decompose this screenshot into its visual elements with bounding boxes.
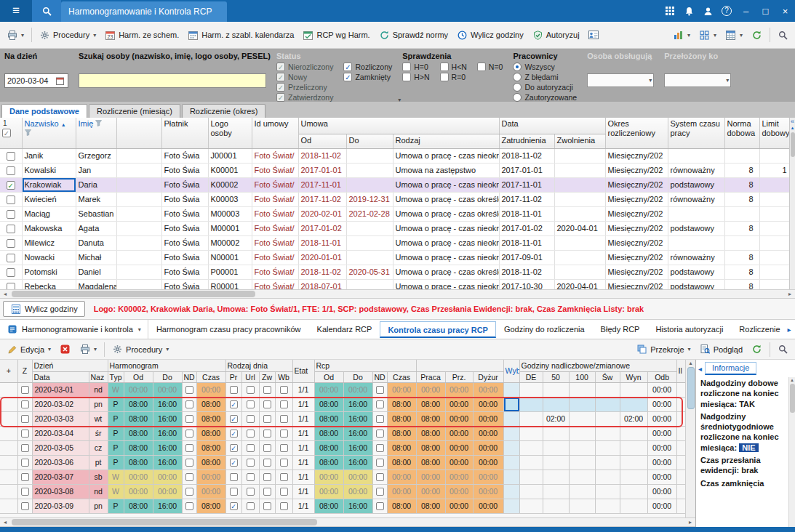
employee-row-nowacki[interactable]: NowackiMichałFoto ŚwiaN00001Foto Świat/2… — [0, 250, 789, 265]
row-checkbox[interactable] — [7, 196, 15, 204]
cell-zw[interactable] — [259, 411, 275, 426]
col-header-dyzur[interactable]: Dyżur — [473, 371, 503, 382]
tab-godziny-do-rozliczenia[interactable]: Godziny do rozliczenia — [496, 321, 593, 338]
tabs-scroll-right-icon[interactable]: ▸ — [783, 326, 795, 334]
cell-n100[interactable] — [569, 469, 595, 484]
cell-wyb[interactable] — [503, 484, 519, 499]
col-header-empty[interactable] — [116, 118, 161, 148]
checkbox-pr[interactable] — [230, 473, 238, 481]
checkbox-rcp-nd[interactable] — [376, 444, 384, 452]
cell-de[interactable] — [519, 397, 543, 411]
checkbox-z[interactable] — [21, 386, 29, 394]
cell-typ[interactable]: P — [108, 499, 124, 513]
cell-plus[interactable] — [0, 440, 17, 455]
checkbox-zw[interactable] — [263, 430, 271, 438]
cell-day[interactable]: nd — [89, 382, 108, 397]
cell-harm-od[interactable]: 08:00 — [124, 397, 153, 411]
delete-button[interactable] — [56, 342, 74, 358]
cell-rcp-czas[interactable]: 08:00 — [387, 426, 416, 440]
wylicz-godziny-action-button[interactable]: Wylicz godziny — [3, 301, 85, 317]
cell-wyb[interactable] — [503, 469, 519, 484]
cell-rodzaj[interactable]: Umowa o pracę - czas określony — [393, 192, 499, 206]
cell-prz[interactable]: 00:00 — [445, 382, 473, 397]
menu-button[interactable]: ≡ — [0, 0, 32, 22]
cell-system[interactable] — [668, 148, 724, 163]
cell-z[interactable] — [17, 484, 32, 499]
checkbox-harm-nd[interactable] — [185, 502, 193, 510]
cell-prz[interactable]: 00:00 — [445, 469, 473, 484]
cell-n50[interactable] — [543, 499, 569, 513]
cell-sw[interactable] — [595, 411, 620, 426]
checkbox-zw[interactable] — [263, 415, 271, 423]
cell-plus[interactable] — [0, 455, 17, 469]
cell-imie[interactable]: Sebastian — [76, 206, 116, 221]
row-checkbox[interactable] — [7, 166, 15, 175]
cell-norma[interactable] — [724, 235, 759, 250]
cell-nazwisko[interactable]: Kwiecień — [22, 192, 76, 206]
cell-harm-do[interactable]: 16:00 — [153, 440, 182, 455]
sprawdz-normy-button[interactable]: Sprawdź normy — [375, 27, 452, 43]
cell-harm-od[interactable]: 08:00 — [124, 426, 153, 440]
checkbox-url[interactable] — [247, 400, 255, 408]
cell-plus[interactable] — [0, 499, 17, 513]
podglad-button[interactable]: Podgląd — [696, 342, 746, 358]
cell-pr[interactable] — [225, 382, 241, 397]
checkbox-wb[interactable] — [280, 502, 288, 510]
cell-zatrudnienia[interactable]: 2018-11-01 — [499, 206, 554, 221]
col-header-umowa-do[interactable]: Do — [346, 134, 393, 148]
cell-dyzur[interactable]: 00:00 — [473, 426, 503, 440]
cell-platnik[interactable]: Foto Świa — [161, 163, 208, 177]
cell-day[interactable]: pn — [89, 397, 108, 411]
scroll-left-icon[interactable]: ◂ — [0, 290, 10, 298]
col-header-zatrudnienia[interactable]: Zatrudnienia — [499, 134, 554, 148]
cell-zwolnienia[interactable] — [554, 265, 605, 279]
window-title-tab[interactable]: Harmonogramowanie i Kontrola RCP — [61, 1, 227, 22]
checkbox-pr[interactable]: ✓ — [230, 459, 238, 467]
cell-day[interactable]: wt — [89, 411, 108, 426]
cell-id-umowy[interactable]: Foto Świat/ — [252, 221, 298, 235]
cell-de[interactable] — [519, 499, 543, 513]
cell-harm-czas[interactable]: 08:00 — [196, 499, 225, 513]
cell-logo[interactable]: J00001 — [208, 148, 252, 163]
scroll-right-icon[interactable]: ▸ — [785, 290, 795, 298]
scroll-left-icon[interactable]: ◂ — [0, 518, 10, 526]
cell-de[interactable] — [519, 440, 543, 455]
cell-rcp-nd[interactable] — [372, 411, 387, 426]
help-icon[interactable]: ? — [717, 0, 736, 22]
cell-norma[interactable] — [724, 206, 759, 221]
cell-limit[interactable] — [759, 279, 789, 289]
cell-od[interactable]: 2018-11-01 — [298, 235, 346, 250]
cell-limit[interactable] — [759, 235, 789, 250]
search-person-input[interactable] — [79, 73, 266, 88]
cell-rodzaj[interactable]: Umowa o pracę - czas nieokreślony — [393, 279, 499, 289]
procedury-button[interactable]: Procedury ▾ — [36, 27, 100, 43]
cell-de[interactable] — [519, 484, 543, 499]
cell-rcp-nd[interactable] — [372, 455, 387, 469]
cell-empty[interactable] — [116, 148, 161, 163]
cell-zwolnienia[interactable] — [554, 235, 605, 250]
col-header-zwolnienia[interactable]: Zwolnienia — [554, 134, 605, 148]
col-header-harm-nd[interactable]: ND — [182, 371, 196, 382]
cell-de[interactable] — [519, 411, 543, 426]
cell-prz[interactable]: 00:00 — [445, 397, 473, 411]
cell-odb[interactable]: 00:00 — [647, 397, 676, 411]
employee-row-krakowiak[interactable]: ✓KrakowiakDariaFoto ŚwiaK00002Foto Świat… — [0, 177, 789, 192]
cell-rcp-nd[interactable] — [372, 484, 387, 499]
zoom-button[interactable] — [774, 27, 792, 43]
checkbox-z[interactable] — [21, 502, 29, 510]
cell-limit[interactable] — [759, 265, 789, 279]
cell-harm-do[interactable]: 00:00 — [153, 469, 182, 484]
cell-harm-do[interactable]: 16:00 — [153, 426, 182, 440]
col-header-de[interactable]: DE — [519, 371, 543, 382]
checkbox-h-n[interactable] — [440, 63, 449, 71]
checkbox-z[interactable] — [21, 459, 29, 467]
cell-do[interactable]: 2021-02-28 — [346, 206, 393, 221]
cell-n100[interactable] — [569, 397, 595, 411]
checkbox-wb[interactable] — [280, 430, 288, 438]
cell-imie[interactable]: Daniel — [76, 265, 116, 279]
cell-od[interactable]: 2017-01-01 — [298, 163, 346, 177]
checkbox-z[interactable] — [21, 488, 29, 496]
titlebar-search-button[interactable] — [32, 0, 61, 22]
employee-row-potomski[interactable]: PotomskiDanielFoto ŚwiaP00001Foto Świat/… — [0, 265, 789, 279]
header-select-all[interactable]: 1 ✓ — [0, 118, 22, 148]
